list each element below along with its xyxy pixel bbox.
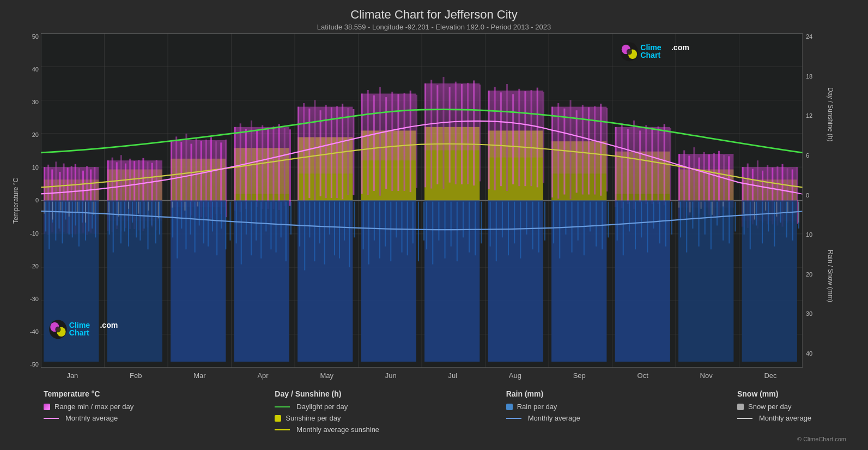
svg-rect-273: [423, 202, 424, 241]
svg-rect-216: [132, 202, 133, 223]
svg-rect-105: [336, 106, 338, 199]
svg-rect-308: [641, 202, 642, 238]
y-tick-right-rain-40: 40: [806, 350, 825, 357]
svg-rect-309: [647, 202, 648, 253]
svg-rect-90: [251, 121, 252, 211]
svg-rect-252: [309, 202, 310, 238]
svg-rect-335: [52, 202, 53, 220]
svg-rect-330: [780, 202, 781, 223]
svg-rect-235: [221, 202, 222, 229]
svg-rect-133: [512, 94, 514, 184]
svg-rect-356: [754, 202, 755, 220]
svg-rect-123: [449, 87, 451, 183]
svg-rect-137: [537, 88, 538, 188]
svg-rect-316: [692, 202, 693, 229]
svg-point-372: [55, 326, 60, 332]
svg-rect-141: [563, 109, 565, 195]
svg-rect-249: [290, 202, 292, 235]
svg-rect-242: [256, 202, 257, 241]
svg-rect-223: [159, 202, 160, 235]
svg-rect-204: [78, 202, 80, 247]
y-tick-right-rain-30: 30: [806, 310, 825, 317]
legend-item-temp-range: Range min / max per day: [44, 403, 153, 411]
x-label-jul: Jul: [448, 371, 457, 380]
x-label-nov: Nov: [700, 371, 713, 380]
svg-rect-112: [379, 87, 381, 196]
svg-rect-298: [578, 202, 579, 241]
svg-rect-118: [416, 95, 417, 188]
x-label-mar: Mar: [193, 371, 205, 380]
svg-rect-121: [436, 85, 438, 184]
svg-rect-272: [418, 202, 419, 261]
svg-text:Chart: Chart: [640, 50, 660, 59]
svg-rect-315: [686, 202, 687, 253]
svg-rect-124: [455, 82, 457, 184]
svg-rect-282: [475, 202, 476, 256]
legend-item-daylight: Daylight per day: [275, 403, 384, 411]
svg-rect-357: [765, 202, 766, 211]
svg-rect-102: [320, 110, 321, 196]
svg-rect-211: [113, 202, 114, 253]
svg-rect-355: [743, 202, 744, 214]
legend-sunshine: Day / Sunshine (h) Daylight per day Suns…: [275, 389, 384, 434]
y-tick-left: -20: [21, 263, 39, 269]
svg-rect-351: [689, 202, 690, 213]
svg-rect-129: [488, 91, 490, 189]
svg-rect-263: [368, 202, 369, 265]
svg-rect-281: [469, 202, 470, 253]
svg-rect-271: [412, 202, 414, 244]
svg-rect-214: [124, 202, 125, 232]
svg-rect-331: [786, 202, 787, 238]
y-tick-right-rain-10: 10: [806, 231, 825, 238]
y-tick-left: 10: [21, 164, 39, 171]
svg-rect-347: [172, 202, 173, 208]
svg-rect-343: [128, 202, 129, 209]
svg-rect-280: [463, 202, 464, 238]
svg-rect-208: [92, 202, 93, 229]
svg-rect-319: [711, 202, 712, 250]
x-label-sep: Sep: [573, 371, 586, 380]
svg-rect-234: [216, 202, 217, 256]
svg-rect-300: [590, 202, 591, 232]
svg-rect-286: [502, 202, 503, 238]
svg-rect-154: [645, 125, 647, 204]
svg-rect-199: [62, 202, 63, 244]
y-tick-left: -40: [21, 328, 39, 335]
svg-rect-310: [653, 202, 654, 229]
svg-rect-307: [635, 202, 636, 250]
svg-rect-153: [639, 130, 641, 202]
svg-rect-151: [627, 129, 629, 204]
svg-rect-253: [314, 202, 315, 261]
legend-item-snow-monthly: Monthly average: [737, 414, 846, 422]
legend-snow: Snow (mm) Snow per day Monthly average: [737, 389, 846, 434]
svg-rect-128: [479, 85, 481, 181]
svg-rect-295: [559, 202, 560, 259]
legend-title-sunshine: Day / Sunshine (h): [275, 389, 384, 398]
svg-rect-290: [526, 202, 527, 235]
svg-rect-226: [181, 202, 182, 229]
y-tick-left: 50: [21, 33, 39, 40]
x-label-feb: Feb: [130, 371, 142, 380]
svg-rect-232: [208, 202, 209, 247]
svg-rect-197: [55, 202, 56, 241]
svg-rect-287: [508, 202, 509, 256]
y-tick-right-sunshine-0: 0: [806, 192, 825, 199]
svg-rect-306: [629, 202, 630, 232]
svg-rect-194: [45, 202, 46, 232]
svg-rect-243: [260, 202, 262, 259]
svg-rect-209: [95, 202, 96, 238]
svg-rect-99: [303, 103, 305, 202]
svg-text:.com: .com: [100, 320, 118, 329]
svg-rect-94: [272, 127, 274, 209]
x-label-jun: Jun: [385, 371, 397, 380]
svg-rect-291: [532, 202, 533, 250]
svg-rect-353: [712, 202, 713, 215]
svg-rect-255: [324, 202, 325, 265]
svg-rect-183: [107, 201, 162, 362]
svg-rect-91: [256, 130, 258, 207]
svg-rect-346: [158, 202, 159, 219]
svg-rect-152: [633, 121, 635, 209]
svg-rect-240: [246, 202, 247, 235]
svg-rect-268: [396, 202, 397, 238]
svg-rect-108: [353, 109, 354, 195]
